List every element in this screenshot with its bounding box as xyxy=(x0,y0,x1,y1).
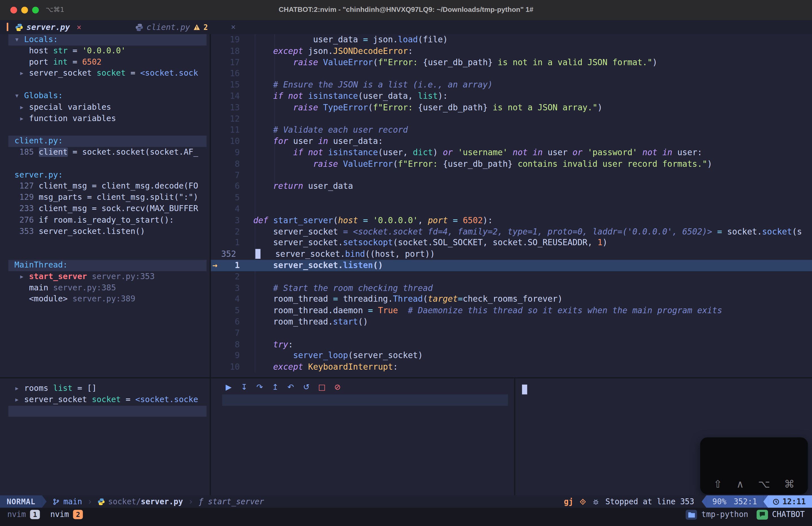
step-out-button[interactable]: ↥ xyxy=(271,382,279,392)
scopes-row[interactable]: port int = 6502 xyxy=(8,57,206,68)
dap-repl-window: ▶↧↷↥↶↺□⊘ xyxy=(211,378,514,496)
breakpoints-row[interactable]: client.py: xyxy=(8,136,206,147)
editor-line[interactable]: 9 server_loop(server_socket) xyxy=(211,350,812,361)
python-icon xyxy=(136,24,143,31)
editor-line[interactable]: 4 xyxy=(211,204,812,215)
editor-line[interactable]: 2 server_socket = <socket.socket fd=4, f… xyxy=(211,226,812,237)
step-into-button[interactable]: ↧ xyxy=(240,382,248,392)
editor-line[interactable]: 8 raise ValueError(f"Error: {user_db_pat… xyxy=(211,158,812,170)
editor-line[interactable]: 10 except KeyboardInterrupt: xyxy=(211,361,812,373)
minimize-window-button[interactable] xyxy=(21,7,28,14)
editor-line[interactable]: 2 xyxy=(211,271,812,283)
breakpoints-row[interactable]: 276 if room.is_ready_to_start(): xyxy=(8,215,206,226)
editor-line[interactable]: 17 raise ValueError(f"Error: {user_db_pa… xyxy=(211,57,812,68)
step-over-button[interactable]: ↷ xyxy=(255,382,264,392)
watch-row[interactable]: ▸ server_socket socket = <socket.socke xyxy=(8,394,206,406)
clock-time: 12:11 xyxy=(782,497,806,506)
option-key-icon: ⌥ xyxy=(758,478,770,490)
step-back-button[interactable]: ↶ xyxy=(286,382,295,392)
scopes-row[interactable]: ▸ function variables xyxy=(8,113,206,124)
zoom-window-button[interactable] xyxy=(32,7,39,14)
editor-line[interactable]: 3def start_server(host = '0.0.0.0', port… xyxy=(211,215,812,226)
disconnect-button[interactable]: ⊘ xyxy=(333,382,342,392)
hud-keys: ⇧∧⌥⌘ xyxy=(700,478,808,490)
scopes-row[interactable] xyxy=(8,124,206,136)
stacks-row[interactable]: main server.py:385 xyxy=(8,283,206,294)
register-indicator: gj xyxy=(564,497,573,506)
editor-line[interactable]: 5 xyxy=(211,192,812,204)
editor-cursor xyxy=(255,249,260,259)
titlebar-shortcut-label: ⌥⌘1 xyxy=(45,6,64,14)
editor-line[interactable]: 7 xyxy=(211,328,812,339)
editor-line[interactable]: 1 server_socket.setsockopt(socket.SOL_SO… xyxy=(211,237,812,249)
bottom-vertical-separator xyxy=(514,378,515,496)
terminal-window: ⌥⌘1 CHATBOT:2:nvim - "chinhdinh@HNVXQ97L… xyxy=(0,0,812,526)
breakpoints-row[interactable] xyxy=(8,249,206,260)
editor-line[interactable]: 11 # Validate each user record xyxy=(211,124,812,136)
console-cursor xyxy=(522,385,527,394)
editor-line[interactable]: 8 try: xyxy=(211,339,812,350)
scopes-row[interactable]: ▸ special variables xyxy=(8,102,206,113)
editor-line[interactable]: 12 xyxy=(211,113,812,124)
mode-indicator: NORMAL xyxy=(0,495,42,508)
editor-line[interactable]: 9 if not isinstance(user, dict) or 'user… xyxy=(211,147,812,158)
watch-row[interactable]: ▸ rooms list = [] xyxy=(8,383,206,394)
editor-line[interactable]: 19 user_data = json.load(file) xyxy=(211,34,812,45)
stacks-row[interactable]: <module> server.py:389 xyxy=(8,294,206,305)
scopes-row[interactable]: ▸ server_socket socket = <socket.sock xyxy=(8,68,206,79)
tab-client-py[interactable]: client.py 2 xyxy=(136,20,208,34)
repl-cursorline xyxy=(222,394,508,406)
stacks-row[interactable]: ▸ start_server server.py:353 xyxy=(8,271,206,283)
terminate-button[interactable]: □ xyxy=(317,382,326,392)
tab-close-icon[interactable]: × xyxy=(76,22,81,32)
editor-line[interactable]: 3 # Start the room checking thread xyxy=(211,283,812,294)
breakpoints-row[interactable]: 353 server_socket.listen() xyxy=(8,226,206,237)
tmux-window-2[interactable]: nvim2 xyxy=(50,510,83,519)
editor: 19 user_data = json.load(file) 18 except… xyxy=(211,34,812,377)
chevron-separator: › xyxy=(87,496,92,507)
editor-line[interactable]: 18 except json.JSONDecodeError: xyxy=(211,45,812,57)
close-window-button[interactable] xyxy=(11,7,17,14)
clock-icon xyxy=(772,498,779,505)
restart-button[interactable]: ↺ xyxy=(302,382,310,392)
scopes-row[interactable]: host str = '0.0.0.0' xyxy=(8,45,206,57)
symbol-prefix: ƒ xyxy=(199,497,203,506)
python-icon xyxy=(16,24,23,31)
breakpoints-row[interactable]: 233 client_msg = sock.recv(MAX_BUFFER xyxy=(8,204,206,215)
stacks-row[interactable]: MainThread: xyxy=(8,260,206,271)
editor-line[interactable]: →1 server_socket.listen() xyxy=(211,260,812,271)
editor-line[interactable]: 15 # Ensure the JSON is a list (i.e., an… xyxy=(211,79,812,91)
tabline-close-icon[interactable]: × xyxy=(231,22,236,32)
editor-line[interactable]: 352 server_socket.bind((host, port)) xyxy=(211,249,812,260)
warning-icon xyxy=(194,24,200,30)
breakpoints-row[interactable]: server.py: xyxy=(8,170,206,181)
breakpoints-row[interactable]: 129 msg_parts = client_msg.split(":") xyxy=(8,192,206,204)
editor-line[interactable]: 10 for user in user_data: xyxy=(211,136,812,147)
breakpoints-row[interactable]: 185 client = socket.socket(socket.AF_ xyxy=(8,147,206,158)
editor-line[interactable]: 7 xyxy=(211,170,812,181)
clock-chip: 12:11 xyxy=(768,495,812,508)
editor-line[interactable]: 5 room_thread.daemon = True # Daemonize … xyxy=(211,305,812,316)
tmux-window-1[interactable]: nvim1 xyxy=(8,510,40,519)
breakpoints-row[interactable]: 127 client_msg = client_msg.decode(FO xyxy=(8,181,206,192)
dap-controls: ▶↧↷↥↶↺□⊘ xyxy=(211,378,514,392)
scroll-percent: 90% xyxy=(712,497,726,506)
editor-line[interactable]: 16 xyxy=(211,68,812,79)
active-tab-indicator xyxy=(7,23,9,31)
breakpoints-row[interactable] xyxy=(8,158,206,170)
scopes-row[interactable]: ▾ Globals: xyxy=(8,91,206,102)
tab-server-py[interactable]: server.py × xyxy=(16,20,81,34)
scopes-row[interactable]: ▾ Locals: xyxy=(8,34,206,45)
editor-line[interactable]: 6 room_thread.start() xyxy=(211,316,812,328)
editor-line[interactable]: 14 if not isinstance(user_data, list): xyxy=(211,91,812,102)
tab-label: server.py xyxy=(27,22,70,32)
editor-line[interactable]: 4 room_thread = threading.Thread(target=… xyxy=(211,294,812,305)
watch-row[interactable] xyxy=(8,406,206,417)
tmux-windows: nvim1nvim2 xyxy=(8,510,93,519)
editor-line[interactable]: 6 return user_data xyxy=(211,181,812,192)
breakpoints-row[interactable] xyxy=(8,237,206,249)
powerline-separator xyxy=(42,495,47,508)
editor-line[interactable]: 13 raise TypeError(f"Error: {user_db_pat… xyxy=(211,102,812,113)
scopes-row[interactable] xyxy=(8,79,206,91)
play-button[interactable]: ▶ xyxy=(224,382,233,392)
